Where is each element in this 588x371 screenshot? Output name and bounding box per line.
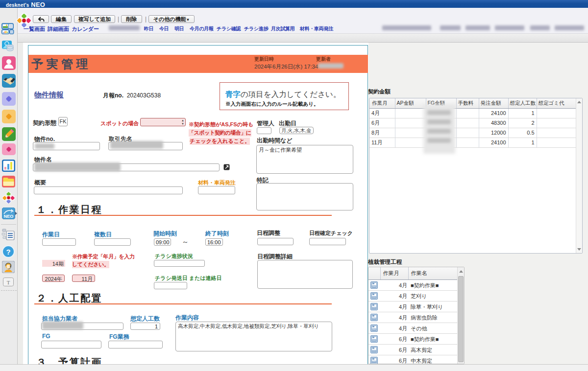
svg-text:?: ? bbox=[6, 248, 10, 256]
svg-text:T: T bbox=[7, 279, 10, 285]
svg-text:NEO: NEO bbox=[4, 214, 14, 219]
